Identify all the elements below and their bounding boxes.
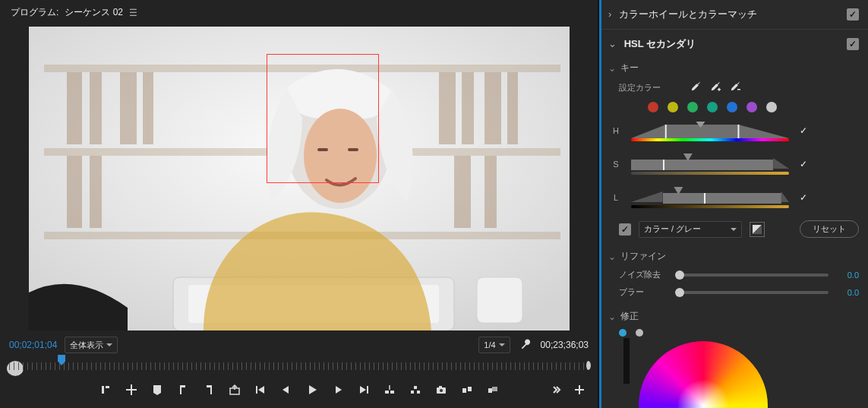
svg-rect-1 (44, 65, 560, 72)
denoise-knob[interactable] (675, 270, 684, 280)
svg-rect-21 (317, 148, 328, 151)
refine-subsection-label: リファイン (620, 250, 666, 263)
hue-enabled-check[interactable]: ✓ (797, 125, 810, 136)
sat-enabled-check[interactable]: ✓ (797, 159, 810, 169)
panel-menu-icon[interactable]: ☰ (129, 8, 137, 18)
denoise-slider[interactable] (680, 274, 829, 277)
hue-range-slider[interactable] (631, 120, 789, 141)
mark-out-icon[interactable] (201, 382, 216, 397)
svg-rect-42 (417, 391, 420, 394)
svg-rect-5 (90, 72, 102, 144)
svg-rect-24 (106, 386, 109, 388)
svg-rect-23 (102, 386, 104, 394)
program-panel-title: プログラム: シーケンス 02 ☰ (6, 3, 592, 22)
svg-marker-61 (773, 158, 789, 169)
overwrite-icon[interactable] (485, 382, 500, 397)
svg-rect-41 (411, 391, 414, 394)
svg-rect-58 (665, 125, 667, 138)
midtone-color-wheel[interactable] (639, 341, 768, 408)
mark-in-icon[interactable] (175, 382, 191, 397)
hsl-secondary-enable-checkbox[interactable]: ✓ (847, 38, 859, 50)
blur-value[interactable]: 0.0 (836, 288, 859, 297)
correction-mode-3way-icon[interactable] (636, 329, 643, 337)
svg-rect-14 (454, 156, 471, 228)
lum-range-slider[interactable] (631, 187, 789, 208)
current-timecode[interactable]: 00;02;01;04 (9, 340, 57, 350)
svg-marker-56 (631, 125, 789, 138)
extract-icon[interactable] (408, 382, 423, 397)
blur-slider[interactable] (680, 291, 829, 294)
lum-enabled-check[interactable]: ✓ (797, 192, 810, 203)
svg-rect-43 (414, 386, 417, 389)
go-to-out-icon[interactable] (356, 382, 371, 397)
marker-icon[interactable] (150, 382, 165, 397)
svg-rect-7 (143, 72, 153, 144)
svg-rect-28 (180, 385, 185, 387)
button-editor-icon[interactable] (572, 382, 587, 397)
step-back-icon[interactable] (279, 382, 294, 397)
eyedropper-icon[interactable] (690, 81, 702, 94)
denoise-value[interactable]: 0.0 (836, 270, 859, 280)
hue-label: H (608, 126, 623, 135)
correction-subsection-label: 修正 (620, 310, 639, 323)
panel-active-indicator (599, 0, 601, 408)
wheels-match-enable-checkbox[interactable]: ✓ (847, 8, 859, 21)
fit-mode-dropdown[interactable]: 全体表示 (65, 337, 118, 353)
color-swatch[interactable] (746, 102, 757, 112)
color-swatch[interactable] (707, 102, 718, 112)
add-marker-icon[interactable] (98, 382, 113, 397)
section-hsl-secondary-label[interactable]: HSL セカンダリ (624, 38, 696, 49)
reset-button[interactable]: リセット (800, 220, 859, 238)
svg-rect-18 (477, 277, 522, 323)
svg-rect-48 (468, 387, 472, 391)
chevron-down-icon[interactable]: ⌄ (608, 312, 616, 322)
more-icon[interactable] (549, 382, 564, 397)
program-preview[interactable] (29, 27, 570, 331)
section-wheels-match-label[interactable]: カラーホイールとカラーマッチ (619, 8, 757, 20)
svg-rect-46 (439, 386, 442, 387)
play-icon[interactable] (305, 382, 320, 397)
svg-marker-33 (258, 386, 264, 394)
svg-rect-15 (485, 156, 497, 228)
blur-label: ブラー (619, 286, 672, 298)
step-forward-icon[interactable] (330, 382, 346, 397)
range-end-handle[interactable] (586, 361, 591, 370)
key-view-dropdown[interactable]: カラー / グレー (639, 221, 742, 238)
chevron-down-icon[interactable]: ⌄ (608, 251, 616, 262)
color-swatch[interactable] (766, 102, 777, 112)
wrench-icon[interactable] (518, 337, 533, 353)
svg-rect-12 (67, 156, 82, 228)
color-swatch[interactable] (668, 102, 678, 112)
mini-timeline-ruler (9, 362, 589, 370)
chevron-down-icon[interactable]: ⌄ (608, 38, 617, 49)
safe-margins-icon[interactable] (124, 382, 139, 397)
zoom-dropdown[interactable]: 1/4 (478, 337, 510, 353)
mini-timeline[interactable] (9, 356, 589, 376)
export-frame-icon[interactable] (227, 382, 242, 397)
snapshot-icon[interactable] (434, 382, 449, 397)
chevron-right-icon[interactable]: › (608, 8, 611, 20)
svg-marker-36 (336, 386, 342, 394)
color-swatch[interactable] (648, 102, 658, 112)
svg-rect-6 (120, 72, 137, 144)
color-gray-checkbox[interactable]: ✓ (619, 223, 631, 236)
correction-mode-single-icon[interactable] (619, 329, 627, 337)
svg-rect-11 (507, 72, 518, 144)
svg-rect-49 (488, 388, 492, 393)
svg-rect-59 (737, 125, 739, 138)
sat-strip (631, 172, 789, 175)
svg-rect-54 (718, 88, 720, 91)
chevron-down-icon[interactable]: ⌄ (608, 63, 616, 74)
color-swatch[interactable] (687, 102, 698, 112)
go-to-in-icon[interactable] (253, 382, 268, 397)
insert-icon[interactable] (459, 382, 475, 397)
wheel-luma-slider[interactable] (623, 338, 630, 384)
invert-mask-icon[interactable] (750, 222, 765, 237)
blur-knob[interactable] (675, 288, 684, 297)
color-swatch[interactable] (727, 102, 737, 112)
eyedropper-subtract-icon[interactable] (729, 81, 741, 94)
svg-rect-4 (67, 72, 82, 144)
sat-range-slider[interactable] (631, 153, 789, 175)
lift-icon[interactable] (382, 382, 397, 397)
eyedropper-add-icon[interactable] (709, 81, 721, 94)
